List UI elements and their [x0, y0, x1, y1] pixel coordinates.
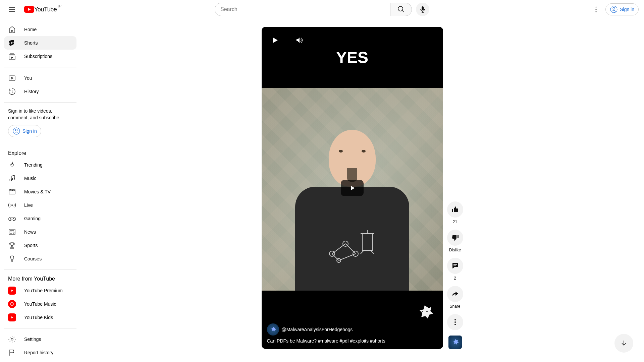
- share-button[interactable]: [447, 286, 463, 302]
- more-vertical-icon: [451, 318, 459, 326]
- channel-avatar-square[interactable]: [448, 336, 462, 349]
- shorts-player[interactable]: YES: [262, 27, 443, 349]
- you-icon: [8, 74, 16, 82]
- yt-kids-icon: [8, 313, 16, 321]
- sidebar-item-music[interactable]: Music: [4, 172, 76, 185]
- play-icon: [348, 184, 356, 192]
- svg-point-14: [11, 204, 13, 206]
- search-button[interactable]: [390, 3, 412, 16]
- sidebar-item-home[interactable]: Home: [4, 23, 76, 36]
- dislike-button[interactable]: [447, 230, 463, 246]
- share-icon: [451, 290, 459, 298]
- menu-button[interactable]: [5, 3, 19, 16]
- svg-point-19: [11, 338, 13, 340]
- search-input[interactable]: [215, 3, 390, 16]
- youtube-logo[interactable]: YouTube JP: [24, 6, 57, 13]
- more-section-title: More from YouTube: [4, 274, 76, 284]
- comments-button[interactable]: [447, 258, 463, 274]
- sidebar-item-label: History: [24, 89, 39, 94]
- channel-name[interactable]: @MalwareAnalysisForHedgehogs: [282, 327, 353, 332]
- sidebar-item-label: YouTube Kids: [24, 315, 53, 320]
- sidebar-signin-button[interactable]: Sign in: [8, 125, 41, 137]
- svg-rect-8: [9, 76, 15, 80]
- sidebar-item-history[interactable]: History: [4, 85, 76, 98]
- sidebar-item-label: Shorts: [24, 40, 38, 46]
- svg-point-12: [12, 178, 14, 180]
- svg-point-3: [596, 7, 597, 8]
- youtube-icon: [24, 6, 34, 13]
- more-vertical-icon: [592, 5, 600, 13]
- yt-music-icon: [8, 300, 16, 308]
- svg-rect-2: [422, 6, 424, 10]
- svg-point-5: [596, 11, 597, 12]
- sidebar-item-yt-premium[interactable]: YouTube Premium: [4, 284, 76, 297]
- trending-icon: [8, 161, 16, 169]
- like-count: 21: [453, 220, 457, 224]
- video-title: Can PDFs be Malware? #malware #pdf #expl…: [267, 338, 438, 344]
- sidebar-item-gaming[interactable]: Gaming: [4, 212, 76, 225]
- subscriptions-icon: [8, 52, 16, 60]
- channel-watermark: [413, 302, 436, 322]
- sidebar: Home Shorts Subscriptions You History Si…: [0, 19, 80, 362]
- microphone-icon: [419, 5, 427, 13]
- sidebar-item-trending[interactable]: Trending: [4, 158, 76, 172]
- like-button[interactable]: [447, 201, 463, 218]
- svg-point-1: [398, 6, 403, 11]
- sidebar-item-live[interactable]: Live: [4, 198, 76, 212]
- comment-icon: [451, 262, 459, 270]
- explore-section-title: Explore: [4, 148, 76, 158]
- video-hashtags[interactable]: #malware #pdf #exploits #shorts: [318, 338, 385, 344]
- logo-text: YouTube: [34, 6, 57, 13]
- next-video-button[interactable]: [614, 334, 633, 353]
- svg-point-26: [426, 311, 428, 312]
- sidebar-item-settings[interactable]: Settings: [4, 333, 76, 346]
- sidebar-item-label: Report history: [24, 350, 53, 355]
- sidebar-item-shorts[interactable]: Shorts: [4, 36, 76, 50]
- flag-icon: [8, 349, 16, 357]
- avatar-icon: [450, 338, 460, 347]
- header-signin-button[interactable]: Sign in: [605, 3, 639, 15]
- sidebar-item-subscriptions[interactable]: Subscriptions: [4, 50, 76, 63]
- sidebar-item-label: Courses: [24, 256, 42, 261]
- sidebar-item-yt-music[interactable]: YouTube Music: [4, 297, 76, 311]
- more-actions-button[interactable]: [447, 314, 463, 330]
- gaming-icon: [8, 215, 16, 223]
- person-icon: [12, 127, 20, 135]
- volume-icon: [295, 36, 303, 44]
- play-button[interactable]: [267, 32, 283, 48]
- sidebar-item-report[interactable]: Report history: [4, 346, 76, 359]
- center-play-button[interactable]: [341, 180, 364, 196]
- sidebar-item-label: Gaming: [24, 216, 41, 221]
- settings-menu-button[interactable]: [589, 3, 603, 16]
- signin-prompt: Sign in to like videos, comment, and sub…: [4, 107, 76, 125]
- sidebar-item-you[interactable]: You: [4, 71, 76, 85]
- sidebar-item-courses[interactable]: Courses: [4, 252, 76, 265]
- voice-search-button[interactable]: [416, 3, 429, 16]
- sidebar-item-sports[interactable]: Sports: [4, 239, 76, 252]
- settings-icon: [8, 335, 16, 343]
- thumbs-up-icon: [451, 205, 459, 214]
- svg-point-29: [454, 324, 456, 325]
- thumbs-down-icon: [451, 234, 459, 242]
- sidebar-item-label: Trending: [24, 162, 43, 168]
- search-icon: [397, 5, 405, 13]
- sidebar-item-label: Movies & TV: [24, 189, 51, 194]
- sidebar-item-label: News: [24, 229, 36, 235]
- home-icon: [8, 25, 16, 34]
- comment-count: 2: [454, 276, 456, 281]
- sidebar-item-news[interactable]: News: [4, 225, 76, 239]
- sidebar-item-movies[interactable]: Movies & TV: [4, 185, 76, 198]
- svg-point-25: [422, 311, 423, 312]
- sidebar-item-yt-kids[interactable]: YouTube Kids: [4, 311, 76, 324]
- volume-button[interactable]: [291, 32, 307, 48]
- sidebar-item-label: Subscriptions: [24, 54, 52, 59]
- movies-icon: [8, 188, 16, 196]
- person-icon: [610, 5, 618, 13]
- video-caption: YES: [262, 48, 443, 67]
- svg-point-15: [13, 218, 14, 219]
- channel-avatar[interactable]: [267, 323, 279, 336]
- svg-point-4: [596, 9, 597, 10]
- signin-label: Sign in: [620, 7, 634, 12]
- sidebar-item-label: Music: [24, 176, 37, 181]
- svg-point-11: [10, 179, 12, 181]
